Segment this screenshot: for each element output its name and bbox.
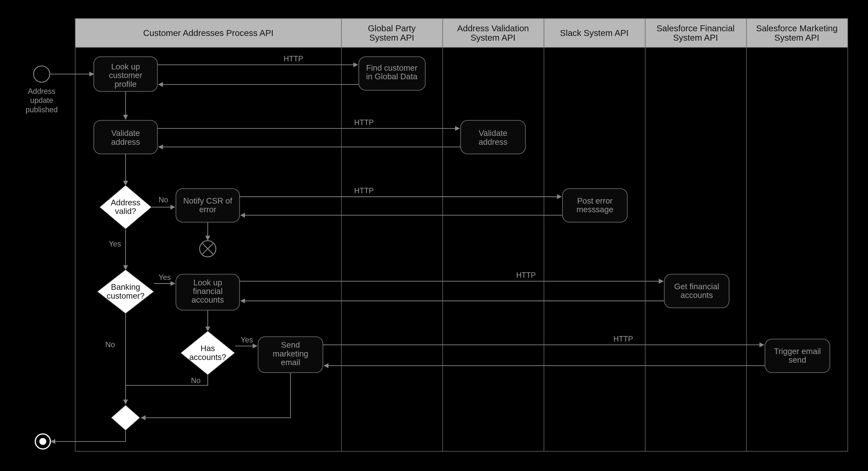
edge-banking-no-label: No <box>105 340 115 349</box>
node-send-email: Sendmarketingemail Send marketing email <box>0 0 323 373</box>
lane-header-2a: Address Validation <box>457 23 529 33</box>
svg-text:Post errormesssage: Post errormesssage <box>577 196 613 214</box>
edge-addrvalid-yes-label: Yes <box>109 240 121 248</box>
edge-notify-slack-label: HTTP <box>354 186 374 195</box>
lane-header-5a: Salesforce Marketing <box>756 23 837 33</box>
edge-merge-end <box>51 430 126 441</box>
decision-has-accounts: Hasaccounts? Has accounts? <box>0 0 235 375</box>
start-event: Addressupdatepublished Address update pu… <box>0 0 58 114</box>
svg-text:Bankingcustomer?: Bankingcustomer? <box>106 282 144 300</box>
svg-text:Global PartySystem API: Global PartySystem API <box>368 23 416 42</box>
svg-text:Addressvalid?: Addressvalid? <box>111 198 141 216</box>
svg-text:Look upfinancialaccounts: Look upfinancialaccounts <box>192 278 224 305</box>
edge-sendemail-out-label: HTTP <box>613 335 633 343</box>
edge-lookupfin-out-label: HTTP <box>516 271 536 279</box>
end-event <box>35 434 50 449</box>
svg-point-63 <box>39 438 46 445</box>
edge-hasacc-no-label: No <box>191 376 200 384</box>
svg-text:Addressupdatepublished: Addressupdatepublished <box>26 87 58 114</box>
swimlane-frame: Customer Addresses Process API Global Pa… <box>75 19 848 451</box>
svg-marker-61 <box>111 405 140 430</box>
svg-text:Validateaddress: Validateaddress <box>479 128 507 146</box>
svg-point-17 <box>33 66 50 82</box>
lane-header-1a: Global Party <box>368 23 416 33</box>
svg-text:Get financialaccounts: Get financialaccounts <box>674 282 719 300</box>
svg-text:Validateaddress: Validateaddress <box>111 128 140 146</box>
edge-banking-yes-label: Yes <box>159 273 171 281</box>
lane-header-4a: Salesforce Financial <box>656 23 735 33</box>
edge-sendemail-merge <box>141 373 290 417</box>
terminate-event <box>200 241 216 257</box>
merge-diamond <box>111 405 140 430</box>
edge-hasacc-yes-label: Yes <box>241 336 253 344</box>
svg-rect-10 <box>75 19 848 451</box>
edge-lookup-find-label: HTTP <box>284 55 303 63</box>
activity-diagram: Customer Addresses Process API Global Pa… <box>0 0 868 469</box>
svg-text:Find customerin Global Data: Find customerin Global Data <box>366 63 417 81</box>
lane-header-0: Customer Addresses Process API <box>143 28 274 38</box>
edge-addrvalid-no-label: No <box>159 195 168 204</box>
lane-header-3: Slack System API <box>560 28 628 38</box>
edge-validate-out-label: HTTP <box>354 118 374 127</box>
